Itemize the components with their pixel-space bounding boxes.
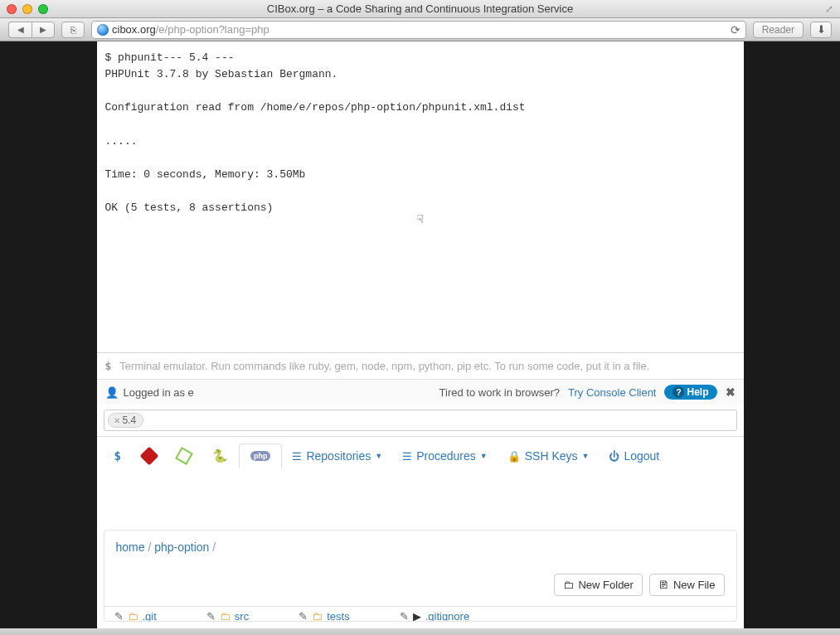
- node-icon: [175, 447, 193, 465]
- status-bar: 👤 Logged in as e Tired to work in browse…: [97, 379, 744, 405]
- logout-link[interactable]: ⏻Logout: [599, 443, 669, 469]
- list-item[interactable]: ✎🗀.git: [114, 612, 157, 621]
- ruby-icon: [140, 447, 159, 466]
- window-title: CIBox.org – a Code Sharing and Continuou…: [267, 2, 573, 15]
- traffic-lights: [7, 4, 48, 14]
- language-toolbar: $ 🐍 php ☰Repositories ▼ ☰Procedures ▼ 🔒S…: [97, 436, 744, 475]
- window-titlebar: CIBox.org – a Code Sharing and Continuou…: [0, 0, 840, 18]
- globe-icon: [97, 24, 109, 36]
- edit-icon: ✎: [400, 610, 409, 621]
- php-icon: php: [250, 451, 271, 461]
- power-icon: ⏻: [609, 450, 619, 463]
- breadcrumb-current[interactable]: php-option: [154, 540, 209, 554]
- list-icon: ☰: [402, 450, 412, 463]
- folder-icon: 🗀: [312, 610, 323, 621]
- close-window-button[interactable]: [7, 4, 17, 14]
- prompt-symbol: $: [105, 360, 112, 372]
- tag-area: ✕5.4: [97, 405, 744, 436]
- help-button[interactable]: ?Help: [664, 385, 716, 400]
- downloads-button[interactable]: ⬇: [810, 22, 832, 38]
- folder-icon: 🗀: [220, 610, 231, 621]
- breadcrumb: home / php-option /: [104, 531, 736, 564]
- console-client-link[interactable]: Try Console Client: [568, 386, 656, 399]
- list-item[interactable]: ✎▶.gitignore: [400, 612, 469, 621]
- browser-toolbar: ◀ ▶ ⎘ cibox.org/e/php-option?lang=php ⟳ …: [0, 18, 840, 41]
- repositories-menu[interactable]: ☰Repositories ▼: [282, 443, 392, 469]
- ssh-keys-menu[interactable]: 🔒SSH Keys▼: [498, 443, 600, 469]
- python-tab[interactable]: 🐍: [202, 442, 239, 470]
- remove-tag-icon[interactable]: ✕: [114, 416, 120, 425]
- procedures-menu[interactable]: ☰Procedures ▼: [392, 443, 498, 469]
- page-content: $ phpunit--- 5.4 --- PHPUnit 3.7.8 by Se…: [97, 41, 744, 628]
- python-icon: 🐍: [212, 448, 228, 463]
- back-button[interactable]: ◀: [8, 22, 32, 38]
- terminal-prompt-bar: $ Terminal emulator. Run commands like r…: [97, 352, 744, 379]
- cursor-icon: ☟: [417, 211, 424, 230]
- terminal-output: $ phpunit--- 5.4 --- PHPUnit 3.7.8 by Se…: [97, 41, 744, 352]
- action-buttons: 🗀New Folder 🖹New File: [104, 564, 736, 606]
- reader-button[interactable]: Reader: [753, 22, 804, 38]
- fullscreen-icon[interactable]: ⤢: [825, 3, 833, 15]
- ruby-tab[interactable]: [132, 443, 167, 469]
- new-file-button[interactable]: 🖹New File: [649, 574, 725, 596]
- list-item[interactable]: ✎🗀tests: [299, 612, 349, 621]
- address-bar[interactable]: cibox.org/e/php-option?lang=php ⟳: [91, 21, 746, 39]
- page-background: $ phpunit--- 5.4 --- PHPUnit 3.7.8 by Se…: [0, 41, 840, 628]
- edit-icon: ✎: [206, 610, 216, 621]
- folder-listing: ✎🗀.git ✎🗀src ✎🗀tests ✎▶.gitignore: [104, 606, 736, 621]
- terminal-input[interactable]: Terminal emulator. Run commands like rub…: [119, 360, 649, 372]
- tired-text: Tired to work in browser?: [439, 386, 560, 399]
- node-tab[interactable]: [167, 443, 202, 469]
- new-folder-button[interactable]: 🗀New Folder: [554, 574, 642, 596]
- zoom-window-button[interactable]: [38, 4, 48, 14]
- version-tag[interactable]: ✕5.4: [108, 413, 144, 428]
- chevron-down-icon: ▼: [582, 452, 590, 460]
- minimize-window-button[interactable]: [22, 4, 32, 14]
- help-icon: ?: [672, 386, 684, 398]
- folder-icon: 🗀: [128, 610, 138, 621]
- share-button[interactable]: ⎘: [61, 22, 85, 38]
- edit-icon: ✎: [114, 610, 124, 621]
- user-icon: 👤: [105, 386, 119, 399]
- reload-icon[interactable]: ⟳: [731, 23, 740, 36]
- list-icon: ☰: [292, 450, 302, 463]
- file-panel: home / php-option / 🗀New Folder 🖹New Fil…: [104, 530, 737, 622]
- tag-input[interactable]: ✕5.4: [104, 410, 737, 431]
- chevron-down-icon: ▼: [375, 452, 382, 460]
- edit-icon: ✎: [299, 610, 308, 621]
- folder-icon: 🗀: [563, 579, 574, 591]
- close-icon[interactable]: ✖: [726, 385, 736, 399]
- breadcrumb-home[interactable]: home: [116, 540, 145, 554]
- forward-button[interactable]: ▶: [32, 22, 55, 38]
- login-status: Logged in as e: [124, 386, 194, 399]
- window-bottom-chrome: [0, 628, 840, 635]
- list-item[interactable]: ✎🗀src: [206, 612, 249, 621]
- shell-tab[interactable]: $: [104, 443, 132, 469]
- chevron-down-icon: ▼: [480, 452, 488, 460]
- url-text: cibox.org/e/php-option?lang=php: [112, 23, 269, 36]
- php-tab[interactable]: php: [239, 444, 283, 468]
- lock-icon: 🔒: [507, 450, 521, 463]
- run-icon: ▶: [413, 610, 421, 621]
- file-icon: 🖹: [658, 579, 669, 591]
